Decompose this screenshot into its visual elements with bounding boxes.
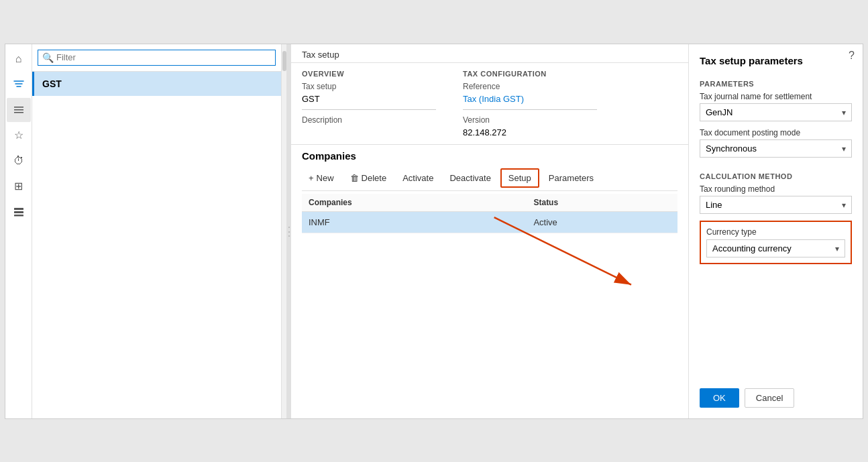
rounding-value: Line: [706, 200, 722, 210]
companies-table: Companies Status INMF Active: [302, 194, 677, 233]
help-icon[interactable]: ?: [849, 50, 855, 62]
col-status: Status: [527, 194, 677, 212]
rounding-chevron: [842, 200, 846, 210]
cancel-button[interactable]: Cancel: [745, 388, 794, 408]
panel-title: Tax setup parameters: [700, 55, 852, 66]
description-label: Description: [302, 115, 436, 125]
currency-type-chevron: [835, 243, 839, 253]
reference-value[interactable]: Tax (India GST): [463, 94, 677, 104]
setup-label: Setup: [508, 173, 531, 183]
posting-mode-select[interactable]: Synchronous: [700, 139, 852, 158]
calc-method-section: CALCULATION METHOD Tax rounding method L…: [700, 172, 852, 264]
tax-setup-value: GST: [302, 94, 436, 104]
sidebar-search-area: 🔍: [32, 44, 281, 72]
panel-actions: OK Cancel: [700, 378, 852, 408]
ok-button[interactable]: OK: [700, 388, 739, 408]
svg-rect-1: [14, 109, 23, 111]
new-button[interactable]: + New: [302, 170, 341, 186]
main-content: Tax setup OVERVIEW Tax setup GST Descrip…: [291, 44, 688, 418]
currency-type-label: Currency type: [706, 227, 845, 237]
tax-config-col: TAX CONFIGURATION Reference Tax (India G…: [463, 70, 677, 137]
rounding-select[interactable]: Line: [700, 196, 852, 214]
right-panel: Tax setup parameters PARAMETERS Tax jour…: [688, 44, 863, 418]
deactivate-button[interactable]: Deactivate: [443, 170, 497, 186]
currency-type-value: Accounting currency: [712, 243, 792, 253]
posting-mode-chevron: [842, 143, 846, 154]
version-label: Version: [463, 115, 677, 125]
nav-grid-icon[interactable]: ⊞: [7, 174, 31, 198]
companies-title: Companies: [302, 150, 677, 162]
nav-list-icon[interactable]: [7, 200, 31, 224]
delete-label: Delete: [362, 173, 387, 183]
setup-button[interactable]: Setup: [500, 168, 539, 188]
posting-mode-field: Tax document posting mode Synchronous: [700, 128, 852, 158]
deactivate-label: Deactivate: [449, 173, 490, 183]
currency-type-box: Currency type Accounting currency: [700, 221, 852, 264]
svg-rect-0: [14, 107, 23, 108]
sidebar-scroll-thumb[interactable]: [282, 51, 286, 71]
sidebar-scrollbar[interactable]: [281, 44, 286, 418]
tax-journal-label: Tax journal name for settlement: [700, 92, 852, 101]
sidebar-list: GST: [32, 72, 281, 96]
svg-rect-4: [14, 211, 23, 213]
companies-toolbar: + New 🗑 Delete Activate Deactivate Setu: [302, 166, 677, 191]
overview-col: OVERVIEW Tax setup GST Description: [302, 70, 436, 137]
nav-star-icon[interactable]: ☆: [7, 123, 31, 148]
parameters-label: Parameters: [549, 173, 594, 183]
tax-setup-label: Tax setup: [302, 82, 436, 91]
nav-filter-icon[interactable]: [7, 72, 31, 97]
tax-journal-value: GenJN: [706, 107, 733, 117]
svg-rect-5: [14, 215, 23, 217]
sidebar: 🔍 GST: [32, 44, 287, 418]
col-companies: Companies: [302, 194, 527, 212]
breadcrumb: Tax setup: [291, 44, 688, 63]
reference-label: Reference: [463, 82, 677, 91]
plus-icon: +: [309, 173, 314, 183]
search-input[interactable]: [56, 52, 271, 62]
calc-method-section-title: CALCULATION METHOD: [700, 172, 852, 180]
tax-journal-chevron: [842, 107, 846, 117]
posting-mode-label: Tax document posting mode: [700, 128, 852, 137]
nav-bar: ⌂ ☆ ⏱ ⊞: [5, 44, 32, 418]
parameters-section: PARAMETERS Tax journal name for settleme…: [700, 80, 852, 164]
sidebar-item-gst[interactable]: GST: [32, 72, 281, 96]
activate-button[interactable]: Activate: [396, 170, 440, 186]
parameters-section-title: PARAMETERS: [700, 80, 852, 88]
company-status: Active: [527, 211, 677, 233]
tax-journal-select[interactable]: GenJN: [700, 103, 852, 121]
activate-label: Activate: [402, 173, 433, 183]
companies-section: Companies + New 🗑 Delete Activate: [291, 145, 688, 418]
nav-home-icon[interactable]: ⌂: [7, 47, 31, 71]
search-wrapper: 🔍: [38, 50, 276, 66]
new-label: New: [317, 173, 334, 183]
posting-mode-value: Synchronous: [706, 143, 757, 154]
tax-config-title: TAX CONFIGURATION: [463, 70, 677, 78]
company-name: INMF: [302, 211, 527, 233]
version-value: 82.148.272: [463, 127, 677, 137]
rounding-label: Tax rounding method: [700, 184, 852, 194]
search-icon: 🔍: [42, 52, 54, 63]
overview-section: OVERVIEW Tax setup GST Description TAX C…: [291, 63, 688, 145]
delete-icon: 🗑: [350, 173, 359, 183]
divider2: [463, 109, 597, 110]
svg-rect-3: [14, 208, 23, 210]
tax-journal-field: Tax journal name for settlement GenJN: [700, 92, 852, 121]
currency-type-select[interactable]: Accounting currency: [706, 239, 845, 257]
delete-button[interactable]: 🗑 Delete: [343, 170, 394, 186]
rounding-field: Tax rounding method Line: [700, 184, 852, 214]
table-row[interactable]: INMF Active: [302, 211, 677, 233]
nav-clock-icon[interactable]: ⏱: [7, 149, 31, 173]
nav-menu-icon[interactable]: [7, 98, 31, 122]
parameters-button[interactable]: Parameters: [542, 170, 600, 186]
overview-title: OVERVIEW: [302, 70, 436, 78]
svg-rect-2: [14, 112, 23, 113]
divider: [302, 109, 436, 110]
